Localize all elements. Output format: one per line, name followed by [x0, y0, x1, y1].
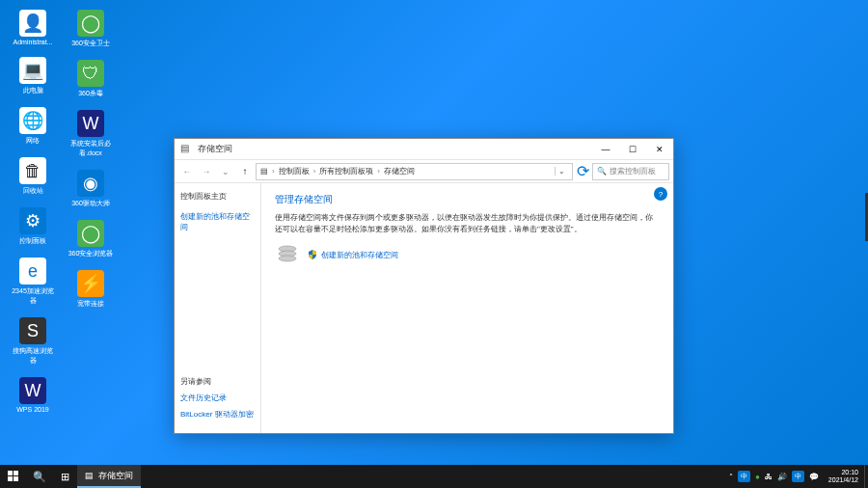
- history-dropdown[interactable]: ⌄: [217, 163, 234, 180]
- desktop-icon[interactable]: ◯360安全卫士: [66, 8, 116, 50]
- desktop-icon-label: 网络: [26, 136, 40, 146]
- desktop-icon-label: 回收站: [23, 186, 43, 196]
- desktop-icon[interactable]: ◯360安全浏览器: [66, 218, 116, 260]
- sidebar-link-bitlocker[interactable]: BitLocker 驱动器加密: [180, 409, 255, 420]
- search-button[interactable]: 🔍: [27, 465, 52, 488]
- desktop-icon-label: 360驱动大师: [71, 199, 110, 208]
- minimize-button[interactable]: —: [592, 139, 619, 159]
- taskbar-item-label: 存储空间: [98, 470, 133, 482]
- desktop-icon-label: 2345加速浏览器: [10, 286, 56, 306]
- desktop-icon-glyph: ⚡: [77, 270, 104, 297]
- taskbar-item-icon: ▤: [85, 471, 94, 480]
- control-panel-window: ▤ 存储空间 — ☐ ✕ ← → ⌄ ↑ ▤ › 控制面板 › 所有控制面板项 …: [174, 138, 674, 434]
- desktop-icon[interactable]: e2345加速浏览器: [8, 256, 58, 308]
- desktop-icon[interactable]: 🛡360杀毒: [66, 58, 116, 100]
- content-area: 控制面板主页 创建新的池和存储空间 另请参阅 文件历史记录 BitLocker …: [175, 183, 673, 433]
- breadcrumb-0[interactable]: 控制面板: [279, 166, 310, 176]
- refresh-button[interactable]: ⟳: [575, 162, 590, 180]
- desktop-icon[interactable]: S搜狗高速浏览器: [8, 315, 58, 367]
- sidebar-home[interactable]: 控制面板主页: [180, 191, 255, 202]
- desktop-icon-glyph: W: [19, 377, 46, 404]
- desktop-icon[interactable]: 👤Administrat...: [8, 8, 58, 47]
- page-description: 使用存储空间将文件保存到两个或更多驱动器，以便在驱动器发生故障时为你提供保护。通…: [275, 212, 660, 235]
- desktop-icon[interactable]: 🌐网络: [8, 105, 58, 148]
- show-desktop-button[interactable]: [864, 465, 868, 488]
- desktop-icon-label: 系统安装后必看.docx: [68, 139, 114, 158]
- desktop-icon-glyph: 🗑: [19, 157, 46, 184]
- tray-network-icon[interactable]: 🖧: [765, 473, 773, 481]
- desktop-icon-glyph: 💻: [19, 57, 46, 84]
- clock-time: 20:10: [841, 469, 858, 476]
- sidebar: 控制面板主页 创建新的池和存储空间 另请参阅 文件历史记录 BitLocker …: [175, 183, 261, 433]
- maximize-button[interactable]: ☐: [619, 139, 646, 159]
- svg-point-2: [279, 256, 296, 261]
- desktop-icon[interactable]: ⚙控制面板: [8, 205, 58, 248]
- navbar: ← → ⌄ ↑ ▤ › 控制面板 › 所有控制面板项 › 存储空间 ⌄ ⟳ 🔍 …: [175, 160, 673, 183]
- forward-button[interactable]: →: [198, 163, 215, 180]
- main-panel: ? 管理存储空间 使用存储空间将文件保存到两个或更多驱动器，以便在驱动器发生故障…: [261, 183, 673, 433]
- sidebar-link-file-history[interactable]: 文件历史记录: [180, 393, 255, 403]
- task-view-button[interactable]: ⊞: [52, 465, 77, 488]
- breadcrumb-icon: ▤: [260, 167, 268, 176]
- desktop-icon-glyph: ◯: [77, 10, 104, 37]
- back-button[interactable]: ←: [178, 163, 196, 180]
- help-button[interactable]: ?: [654, 187, 667, 201]
- desktop-icon[interactable]: 🗑回收站: [8, 155, 58, 198]
- start-button[interactable]: [0, 465, 27, 488]
- breadcrumb-1[interactable]: 所有控制面板项: [319, 166, 373, 176]
- desktop-icon[interactable]: 💻此电脑: [8, 55, 58, 97]
- storage-spaces-icon: ▤: [180, 143, 194, 156]
- up-button[interactable]: ↑: [236, 163, 254, 180]
- address-bar[interactable]: ▤ › 控制面板 › 所有控制面板项 › 存储空间 ⌄: [256, 163, 573, 180]
- tray-security-icon[interactable]: ●: [755, 473, 760, 481]
- tray-volume-icon[interactable]: 🔊: [777, 473, 787, 481]
- desktop-icon-glyph: ⚙: [19, 207, 46, 234]
- desktop-icon-label: 360安全卫士: [71, 39, 110, 48]
- search-input[interactable]: 🔍 搜索控制面板: [592, 163, 669, 180]
- uac-shield-icon: [308, 250, 317, 259]
- sidebar-create-pool[interactable]: 创建新的池和存储空间: [180, 211, 255, 232]
- tray-expand-icon[interactable]: ˄: [729, 473, 733, 481]
- ime-mode-indicator[interactable]: 中: [792, 471, 804, 482]
- address-dropdown[interactable]: ⌄: [555, 167, 568, 176]
- clock[interactable]: 20:10 2021/4/12: [823, 469, 864, 483]
- action-center-icon[interactable]: 💬: [809, 473, 819, 481]
- clock-date: 2021/4/12: [828, 476, 858, 484]
- svg-rect-3: [8, 471, 13, 475]
- desktop-icon-glyph: S: [19, 317, 46, 344]
- taskbar-item-storage[interactable]: ▤ 存储空间: [77, 465, 141, 488]
- create-pool-link[interactable]: 创建新的池和存储空间: [308, 250, 398, 260]
- disk-stack-icon: [275, 243, 300, 266]
- ime-indicator[interactable]: 中: [738, 471, 750, 482]
- desktop-icon-label: Administrat...: [14, 39, 53, 45]
- desktop-icon-glyph: W: [77, 110, 104, 137]
- desktop-icon-label: 控制面板: [19, 236, 46, 246]
- desktop-icon-glyph: 🛡: [77, 60, 104, 87]
- window-title: 存储空间: [198, 143, 592, 155]
- desktop-icon-glyph: ◯: [77, 220, 104, 247]
- breadcrumb-2[interactable]: 存储空间: [384, 166, 415, 176]
- desktop-icon-glyph: e: [19, 258, 46, 285]
- svg-rect-4: [14, 471, 18, 475]
- desktop-icon[interactable]: ⚡宽带连接: [66, 268, 116, 311]
- see-also-heading: 另请参阅: [180, 376, 255, 387]
- search-icon: 🔍: [597, 167, 607, 176]
- svg-rect-6: [14, 476, 18, 481]
- desktop-icons-area: 👤Administrat...💻此电脑🌐网络🗑回收站⚙控制面板e2345加速浏览…: [8, 8, 116, 415]
- search-placeholder: 搜索控制面板: [610, 166, 656, 176]
- desktop-icon[interactable]: WWPS 2019: [8, 375, 58, 415]
- titlebar: ▤ 存储空间 — ☐ ✕: [175, 139, 673, 160]
- taskbar: 🔍 ⊞ ▤ 存储空间 ˄ 中 ● 🖧 🔊 中 💬 20:10 2021/4/12: [0, 465, 868, 488]
- system-tray: ˄ 中 ● 🖧 🔊 中 💬: [725, 471, 823, 482]
- desktop-icon-label: WPS 2019: [16, 406, 48, 413]
- close-button[interactable]: ✕: [646, 139, 673, 159]
- create-pool-label: 创建新的池和存储空间: [321, 250, 398, 260]
- desktop-icon-label: 宽带连接: [77, 299, 104, 309]
- desktop: 👤Administrat...💻此电脑🌐网络🗑回收站⚙控制面板e2345加速浏览…: [0, 0, 868, 488]
- svg-rect-5: [8, 476, 13, 481]
- page-title: 管理存储空间: [275, 193, 660, 206]
- desktop-icon[interactable]: W系统安装后必看.docx: [66, 108, 116, 160]
- desktop-icon[interactable]: ◉360驱动大师: [66, 168, 116, 210]
- desktop-icon-label: 搜狗高速浏览器: [10, 346, 56, 366]
- desktop-icon-glyph: 🌐: [19, 107, 46, 134]
